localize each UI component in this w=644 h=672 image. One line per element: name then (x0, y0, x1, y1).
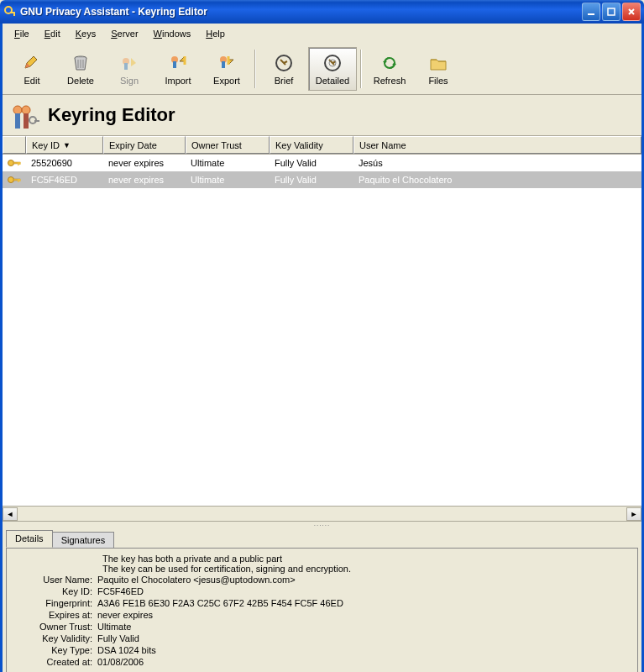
svg-point-18 (13, 106, 22, 114)
splitter-handle[interactable]: ······ (3, 522, 641, 528)
col-header-keyid[interactable]: Key ID▼ (26, 136, 103, 154)
table-header-row: Key ID▼ Expiry Date Owner Trust Key Vali… (3, 136, 641, 155)
col-header-expiry[interactable]: Expiry Date (103, 136, 186, 154)
svg-rect-30 (18, 179, 19, 182)
horizontal-scrollbar[interactable]: ◄ ► (3, 506, 641, 521)
col-header-trust[interactable]: Owner Trust (186, 136, 270, 154)
detail-intro-2: The key can be used for certification, s… (13, 564, 631, 574)
value-trust: Ultimate (97, 622, 131, 632)
value-created: 01/08/2006 (97, 657, 144, 667)
toolbar-delete-label: Delete (67, 76, 94, 86)
tab-details[interactable]: Details (6, 530, 53, 548)
svg-point-28 (8, 177, 14, 183)
label-keytype: Key Type: (13, 645, 97, 655)
svg-rect-20 (15, 113, 20, 129)
toolbar-files[interactable]: Files (414, 47, 463, 91)
folder-icon (427, 52, 450, 74)
refresh-icon (378, 52, 401, 74)
keyring-icon (8, 98, 41, 132)
toolbar-separator (360, 50, 362, 88)
label-keyid: Key ID: (13, 586, 97, 596)
svg-rect-21 (24, 113, 29, 129)
scroll-right-button[interactable]: ► (626, 507, 641, 521)
details-panel: The key has both a private and a public … (6, 548, 638, 672)
svg-rect-26 (18, 162, 19, 165)
toolbar-refresh-label: Refresh (374, 76, 406, 86)
brief-icon (272, 52, 296, 74)
tabs: Details Signatures (3, 528, 641, 548)
toolbar: Edit Delete Sign Import Export (3, 44, 641, 95)
toolbar-refresh[interactable]: Refresh (365, 47, 414, 91)
svg-point-24 (8, 160, 14, 166)
toolbar-sign-label: Sign (120, 76, 139, 86)
toolbar-sign[interactable]: Sign (105, 47, 154, 91)
toolbar-import-label: Import (165, 76, 191, 86)
svg-rect-3 (588, 13, 594, 15)
toolbar-detailed[interactable]: Detailed (308, 47, 357, 91)
label-created: Created at: (13, 657, 97, 667)
sign-icon (118, 52, 141, 74)
toolbar-edit[interactable]: Edit (8, 47, 56, 91)
menu-windows[interactable]: Windows (147, 27, 198, 40)
col-header-validity[interactable]: Key Validity (270, 136, 353, 154)
label-validity: Key Validity: (13, 633, 97, 643)
label-trust: Owner Trust: (13, 622, 97, 632)
menubar: File Edit Keys Server Windows Help (3, 24, 641, 44)
svg-rect-12 (173, 61, 176, 68)
page-header: Keyring Editor (3, 95, 641, 135)
cell-expiry: never expires (103, 156, 186, 170)
toolbar-brief[interactable]: Brief (259, 47, 308, 91)
toolbar-export[interactable]: Export (202, 47, 251, 91)
window-title: GNU Privacy Assistant - Keyring Editor (20, 6, 582, 18)
key-table: Key ID▼ Expiry Date Owner Trust Key Vali… (3, 135, 641, 522)
value-expires: never expires (97, 610, 153, 620)
toolbar-separator (254, 50, 256, 88)
detail-intro-1: The key has both a private and a public … (13, 554, 631, 564)
col-header-user[interactable]: User Name (353, 136, 641, 154)
label-fingerprint: Fingerprint: (13, 598, 97, 608)
menu-help[interactable]: Help (199, 27, 232, 40)
toolbar-export-label: Export (213, 76, 240, 86)
cell-validity: Fully Valid (270, 156, 353, 170)
cell-user: Jesús (353, 156, 641, 170)
menu-server[interactable]: Server (104, 27, 144, 40)
maximize-button[interactable] (602, 3, 620, 21)
scroll-left-button[interactable]: ◄ (3, 507, 18, 521)
trash-icon (69, 52, 92, 74)
minimize-button[interactable] (582, 3, 600, 21)
col-header-icon[interactable] (3, 136, 26, 154)
key-icon (3, 156, 26, 170)
value-fingerprint: A3A6 FE1B 6E30 F2A3 C25C 67F2 42B5 F454 … (97, 598, 343, 608)
menu-keys[interactable]: Keys (69, 27, 102, 40)
cell-trust: Ultimate (186, 156, 270, 170)
detailed-icon (321, 52, 344, 74)
menu-edit[interactable]: Edit (38, 27, 67, 40)
cell-trust: Ultimate (186, 173, 270, 186)
export-icon (215, 52, 238, 74)
pencil-icon (20, 52, 44, 74)
svg-rect-25 (13, 162, 20, 164)
cell-expiry: never expires (103, 173, 186, 186)
svg-rect-27 (19, 162, 21, 165)
titlebar[interactable]: GNU Privacy Assistant - Keyring Editor (0, 0, 644, 24)
cell-user: Paquito el Chocolatero (353, 173, 641, 186)
scroll-track[interactable] (18, 507, 626, 521)
svg-rect-23 (34, 120, 39, 122)
svg-point-19 (22, 106, 30, 114)
toolbar-import[interactable]: Import (154, 47, 202, 91)
menu-file[interactable]: File (8, 27, 36, 40)
cell-validity: Fully Valid (270, 173, 353, 186)
toolbar-delete[interactable]: Delete (56, 47, 105, 91)
cell-keyid: FC5F46ED (26, 173, 103, 186)
label-expires: Expires at: (13, 610, 97, 620)
close-button[interactable] (622, 3, 641, 21)
svg-rect-2 (13, 13, 15, 16)
value-keyid: FC5F46ED (97, 586, 144, 596)
value-user: Paquito el Chocolatero <jesus@uptodown.c… (97, 575, 296, 585)
svg-rect-10 (124, 63, 128, 70)
cell-keyid: 25520690 (26, 156, 103, 170)
app-icon (3, 5, 17, 18)
tab-signatures[interactable]: Signatures (52, 532, 115, 548)
table-row[interactable]: FC5F46EDnever expiresUltimateFully Valid… (3, 171, 641, 188)
table-row[interactable]: 25520690never expiresUltimateFully Valid… (3, 155, 641, 171)
